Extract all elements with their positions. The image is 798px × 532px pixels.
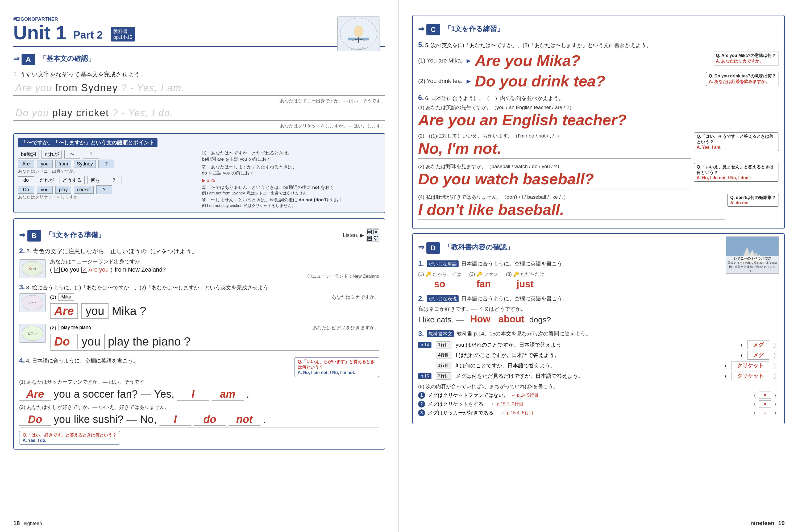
mika-text: Mika — [112, 304, 136, 318]
d-fill-1-answer: so — [426, 279, 453, 290]
i-fill: I — [177, 388, 209, 401]
prob5-2: (2) You drink tea. ▶ Do you drink tea? Q… — [418, 72, 779, 90]
d-q4-text: メグは何をただ見るだけですか。日本語で答えよう。 — [456, 373, 583, 380]
d-fill-3-label: (3) 🔑 ただ〜だけ — [506, 271, 544, 278]
prob4-1-jp: (1) あなたはサッカーファンですか。— はい、そうです。 — [19, 379, 379, 385]
prob3-instruction: 3. 絵に合うように、(1)「あなたは〜ですか」、(2)「あなたは〜しますか」と… — [26, 285, 274, 290]
tf-3-ref: ← p.15 4, 5行目 — [501, 410, 534, 416]
prob3-2-label: play the piano — [58, 324, 94, 331]
d-fill-2: (2) 🔑 ファン fan — [469, 271, 498, 290]
option-are-you: Are you — [88, 266, 109, 273]
d-a1: メグ — [747, 341, 769, 349]
opera-house-caption: シドニーのオペラハウス 貝殻やヨットの帆を思わせる近代建築物。世界文化遺産に登録… — [726, 255, 779, 273]
tf-3-answer: ○ — [759, 409, 771, 416]
prob3-1-num: (1) — [50, 294, 56, 300]
d-fill-3-answer: just — [512, 279, 538, 290]
d-prob2-en-start: I like cats. — — [418, 315, 464, 324]
page-spread: #EIGONOPARTNER Unit 1 Part 2 教科書pp.14-15 — [0, 0, 798, 532]
q-mark-2: ? — [184, 335, 190, 348]
line-badge-3: 1行目 — [436, 362, 451, 369]
tf-2-answer: × — [759, 400, 771, 407]
section-b-label: B — [27, 230, 41, 242]
prob1-instruction: 1. うすい文字をなぞって基本文を完成させよう。 — [13, 71, 385, 78]
d-prob2-jp: 私はネコが好きです。— イヌはどうですか。 — [418, 305, 779, 312]
listen-label: Listen. ▶ — [343, 232, 364, 238]
section-a-header: ⇒ A 「基本文の確認」 — [13, 50, 385, 68]
svg-rect-14 — [375, 236, 376, 237]
svg-rect-12 — [368, 237, 370, 240]
section-c-label: C — [426, 24, 440, 35]
prob4-balloon2: Q.「はい、好きです」と答えるときは何という？ A. Yes, I do. — [19, 431, 120, 445]
prob3-num: 3. — [19, 283, 25, 291]
checkbox-do-you[interactable]: ✓ — [54, 267, 60, 273]
prob2-instruction: 2. 青色の文字に注意しながら、正しいほうの□に✓をつけよう。 — [26, 248, 198, 254]
grammar-title: 「〜ですか」「〜しますか」という文の語順とポイント — [18, 138, 157, 147]
prob4-2-answer: Do you like sushi? — No, I do not . — [19, 412, 379, 428]
d-a2: メグ — [747, 351, 769, 360]
prob2-jp: あなたはニュージーランド出身ですか。 — [50, 258, 379, 265]
section-d-box: ⇒ D 「教科書内容の確認」 — [412, 233, 785, 424]
piano-text: play the piano — [108, 335, 181, 348]
left-page: #EIGONOPARTNER Unit 1 Part 2 教科書pp.14-15 — [0, 0, 399, 532]
dot2: . — [263, 413, 266, 425]
prob4-num: 4. — [19, 356, 25, 364]
balloon-6-3: Q.「いいえ、見ません」と答えるときは何という？ A. No, I do not… — [694, 163, 779, 182]
d-prob3-5: (5) 次の内容が合っていれば○、まちがっていれば×を書こう。 1 メグはクリケ… — [418, 383, 779, 416]
balloon2-q: Q.「はい、好きです」と答えるときは何という？ — [23, 433, 116, 437]
prob3-1-label: Mika — [58, 293, 74, 301]
page-badge-4: p.15 — [418, 373, 432, 379]
d-fill-3: (3) 🔑 ただ〜だけ just — [506, 271, 544, 290]
q-mark: ? — [140, 304, 146, 318]
right-page: ⇒ C 「1文を作る練習」 5. 5. 次の英文を(1)「あなたは〜ですか」、(… — [399, 0, 798, 532]
unit-title: Unit 1 — [13, 22, 66, 44]
d-prob3-num: 3. — [418, 329, 424, 338]
d-prob3-vocab: 教科書本文 — [427, 330, 454, 337]
d-qa-4: p.15 2行目 メグは何をただ見るだけですか。日本語で答えよう。 （ クリケッ… — [418, 372, 779, 380]
prob5-1-original: (1) You are Mika. — [418, 57, 462, 64]
prob5-2-answer: Do you drink tea? — [475, 72, 605, 90]
section-d-title: 「教科書内容の確認」 — [444, 243, 514, 252]
d-prob1-vocab: だいじな単語 — [427, 261, 459, 267]
prob3-2-note: あなたはピアノをひきますか。 — [312, 324, 379, 331]
d-prob1-items: (1) 🔑 だから、では so (2) 🔑 ファン fan (3) 🔑 ただ〜だ… — [418, 271, 720, 290]
d-prob2-answer2: about — [497, 314, 526, 325]
prob4-1-answer: Are you a soccer fan? — Yes, I am . — [19, 387, 379, 402]
page-number-left: 18 eighteen — [13, 520, 42, 527]
am-fill: am — [212, 388, 244, 401]
prob2-side-note: ①ニュージーランド：New Zealand — [50, 273, 379, 279]
page-badge-1: p.14 — [418, 342, 432, 348]
balloon-q1: Q.「いいえ、ちがいます」と答えるときは何という？ — [298, 359, 375, 369]
svg-rect-16 — [374, 238, 375, 239]
prob5-num: 5. — [418, 41, 424, 49]
prob5-instruction: 5. 次の英文を(1)「あなたは〜ですか」、(2)「あなたは〜しますか」という文… — [425, 42, 651, 48]
prob2-num: 2. — [19, 247, 25, 255]
prob6-3-jp: (3) あなたは野球を見ますか。（baseball / watch / do /… — [418, 163, 691, 170]
circle-3: 3 — [418, 410, 425, 416]
prob5-2-original: (2) You drink tea. — [418, 78, 462, 84]
svg-rect-15 — [377, 236, 378, 237]
section-d-label: D — [426, 242, 440, 254]
tf-1-answer: × — [759, 392, 771, 399]
d-fill-2-answer: fan — [470, 279, 497, 290]
section-d-header: ⇒ D 「教科書内容の確認」 — [418, 238, 779, 256]
d-prob3-qa-list: p.14 1行目 you はだれのことですか。日本語で答えよう。 （ メグ ） … — [418, 341, 779, 380]
svg-text:🏠 NZ: 🏠 NZ — [28, 267, 36, 270]
you-box: you — [81, 303, 109, 319]
checkbox-are-you[interactable]: ✓ — [81, 267, 87, 273]
arrow-5-1: ▶ — [467, 57, 471, 64]
prob2-illustration: 🏠 NZ — [19, 259, 46, 278]
i-fill-2: I — [159, 413, 191, 426]
tf-1-ref: ← p.14 5行目 — [511, 392, 539, 398]
d-prob2: 2. だいじな表現 日本語に合うように、空欄に英語を書こう。 私はネコが好きです… — [418, 293, 779, 325]
do-box: Do — [50, 334, 74, 349]
prob3-1-note: あなたはミカですか。 — [331, 294, 379, 300]
d-q2-text: I はだれのことですか。日本語で答えよう。 — [456, 352, 560, 359]
d-qa-3: p.14 1行目 it は何のことですか。日本語で答えよう。 （ クリケット ） — [418, 361, 779, 370]
are-box: Are — [50, 303, 78, 319]
prob3-1-answer: Are you Mika ? — [50, 302, 379, 320]
section-b-header: ⇒ B 「1文を作る準備」 Listen. ▶ — [19, 226, 379, 244]
d-q3-text: it は何のことですか。日本語で答えよう。 — [456, 362, 556, 369]
prob3-2-illus: ピアノ♪ — [19, 324, 46, 343]
prob6-2: (2) （(1)に対して）いいえ、ちがいます。（I'm / no / not /… — [418, 132, 779, 161]
arrow-5-2: ▶ — [467, 78, 471, 84]
